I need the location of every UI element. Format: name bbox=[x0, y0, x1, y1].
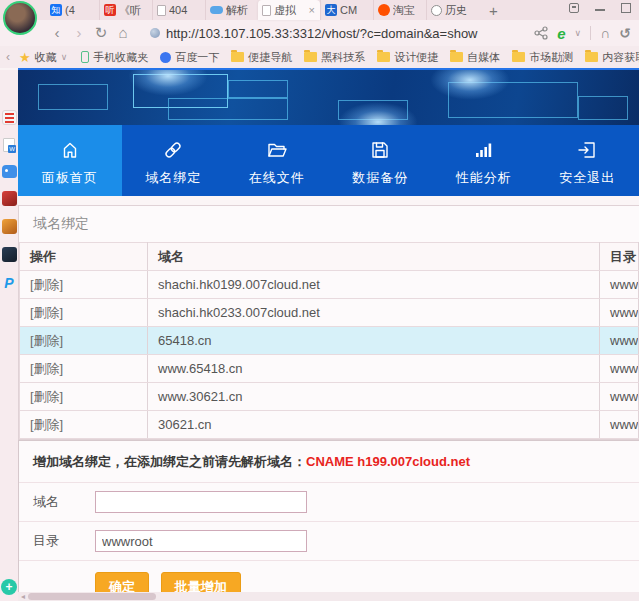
domain-cell: www.65418.cn bbox=[148, 355, 600, 383]
user-avatar[interactable] bbox=[3, 1, 37, 35]
game-dark-icon[interactable] bbox=[2, 247, 17, 262]
bookmark-item[interactable]: 自媒体 bbox=[445, 50, 505, 65]
game-red-icon[interactable] bbox=[2, 191, 17, 206]
chart-icon bbox=[472, 138, 496, 162]
delete-link[interactable]: [删除] bbox=[30, 361, 63, 376]
delete-link[interactable]: [删除] bbox=[30, 277, 63, 292]
divider bbox=[590, 26, 591, 40]
maximize-icon[interactable] bbox=[621, 3, 631, 13]
nav-item-link[interactable]: 域名绑定 bbox=[122, 125, 226, 196]
bookmark-item[interactable]: 便捷导航 bbox=[226, 50, 297, 65]
headset-icon[interactable]: ∩ bbox=[600, 25, 610, 41]
p-logo-icon[interactable]: P bbox=[2, 275, 17, 290]
browser-tab[interactable]: 历史 bbox=[426, 0, 479, 20]
scrollbar-thumb[interactable] bbox=[28, 593, 156, 600]
speed-mode-icon[interactable]: e bbox=[557, 25, 565, 42]
dir-cell: wwwroot bbox=[600, 383, 639, 411]
bookmark-item[interactable]: 设计便捷 bbox=[372, 50, 443, 65]
scroll-left-icon[interactable]: ◂ bbox=[18, 592, 28, 601]
url-text: http://103.107.105.33:3312/vhost/?c=doma… bbox=[166, 26, 478, 41]
nav-item-exit[interactable]: 安全退出 bbox=[536, 125, 639, 196]
tab-bar: 知(4听《听404解析虚拟×大CM淘宝历史 + bbox=[0, 0, 639, 20]
exit-icon bbox=[575, 138, 599, 162]
table-row: [删除]shachi.hk0233.007cloud.netwwwroot bbox=[20, 299, 639, 327]
favorites-label: 收藏 bbox=[35, 50, 57, 65]
horizontal-scrollbar[interactable]: ◂ bbox=[18, 592, 639, 601]
nav-item-chart[interactable]: 性能分析 bbox=[432, 125, 536, 196]
browser-tab[interactable]: 听《听 bbox=[99, 0, 152, 20]
favorites-menu[interactable]: ★ 收藏 ∨ bbox=[14, 50, 72, 65]
browser-tab[interactable]: 淘宝 bbox=[373, 0, 426, 20]
table-header-cell: 目录 bbox=[600, 243, 639, 271]
page-favicon-icon bbox=[262, 5, 271, 16]
home-icon[interactable]: ⌂ bbox=[112, 22, 134, 44]
table-row: [删除]30621.cnwwwroot bbox=[20, 411, 639, 439]
tab-title: 解析 bbox=[226, 3, 254, 18]
page-viewport: 面板首页域名绑定在线文件数据备份性能分析安全退出 域名绑定 操作域名目录 [删除… bbox=[18, 70, 639, 601]
tab-title: 《听 bbox=[119, 3, 148, 18]
action-cell: [删除] bbox=[20, 355, 148, 383]
delete-link[interactable]: [删除] bbox=[30, 305, 63, 320]
nav-item-home[interactable]: 面板首页 bbox=[18, 125, 122, 196]
browser-tab[interactable]: 虚拟× bbox=[258, 0, 320, 20]
forward-icon[interactable]: › bbox=[68, 22, 90, 44]
favorites-caret-icon: ∨ bbox=[61, 52, 68, 62]
tab-title: CM bbox=[340, 4, 369, 16]
table-row: [删除]www.30621.cnwwwroot bbox=[20, 383, 639, 411]
new-tab-button[interactable]: + bbox=[479, 2, 508, 20]
domain-cell: shachi.hk0233.007cloud.net bbox=[148, 299, 600, 327]
minimize-icon[interactable] bbox=[595, 9, 605, 11]
add-plus-icon[interactable]: + bbox=[1, 579, 17, 595]
browser-tab[interactable]: 解析 bbox=[205, 0, 258, 20]
delete-link[interactable]: [删除] bbox=[30, 389, 63, 404]
domain-input[interactable] bbox=[95, 491, 307, 513]
undo-icon[interactable]: ↺ bbox=[619, 25, 631, 41]
close-tab-icon[interactable]: × bbox=[308, 4, 316, 16]
chat-whale-icon[interactable] bbox=[2, 165, 17, 178]
url-input[interactable]: http://103.107.105.33:3312/vhost/?c=doma… bbox=[144, 23, 524, 43]
delete-link[interactable]: [删除] bbox=[30, 417, 63, 432]
collapse-sidebar-icon[interactable]: ‹ bbox=[6, 50, 10, 64]
panel-content: 域名绑定 操作域名目录 [删除]shachi.hk0199.007cloud.n… bbox=[18, 196, 639, 601]
nav-item-folder[interactable]: 在线文件 bbox=[225, 125, 329, 196]
bookmarks-bar: ‹ ★ 收藏 ∨ 手机收藏夹百度一下便捷导航黑科技系设计便捷自媒体市场勘测内容获… bbox=[0, 46, 639, 68]
nav-item-label: 性能分析 bbox=[456, 169, 512, 187]
skin-icon[interactable] bbox=[569, 3, 579, 13]
share-icon[interactable] bbox=[534, 26, 548, 40]
nav-item-label: 在线文件 bbox=[249, 169, 305, 187]
domain-cell: www.30621.cn bbox=[148, 383, 600, 411]
back-icon[interactable]: ‹ bbox=[46, 22, 68, 44]
game-orange-icon[interactable] bbox=[2, 219, 17, 234]
dir-cell: wwwroot bbox=[600, 299, 639, 327]
delete-link[interactable]: [删除] bbox=[30, 333, 63, 348]
window-controls bbox=[569, 3, 631, 13]
domain-cell: shachi.hk0199.007cloud.net bbox=[148, 271, 600, 299]
bookmark-item[interactable]: 手机收藏夹 bbox=[76, 50, 153, 65]
section-title: 域名绑定 bbox=[19, 206, 639, 242]
browser-tab[interactable]: 知(4 bbox=[46, 0, 99, 20]
domain-cell: 30621.cn bbox=[148, 411, 600, 439]
bookmark-label: 市场勘测 bbox=[529, 50, 573, 65]
bookmark-item[interactable]: 黑科技系 bbox=[299, 50, 370, 65]
tab-strip: 知(4听《听404解析虚拟×大CM淘宝历史 bbox=[46, 0, 479, 20]
bookmark-label: 便捷导航 bbox=[248, 50, 292, 65]
hot-nav-icon[interactable] bbox=[2, 110, 17, 125]
nav-item-save[interactable]: 数据备份 bbox=[329, 125, 433, 196]
tab-title: 404 bbox=[169, 4, 201, 16]
mode-caret-icon[interactable]: ∨ bbox=[575, 28, 582, 38]
doc-w-icon[interactable] bbox=[3, 138, 15, 152]
bookmark-item[interactable]: 市场勘测 bbox=[507, 50, 578, 65]
dir-field-row: 目录 bbox=[19, 521, 639, 560]
bookmark-item[interactable]: 百度一下 bbox=[155, 50, 224, 65]
bookmark-label: 手机收藏夹 bbox=[93, 50, 148, 65]
bookmark-item[interactable]: 内容获取 bbox=[580, 50, 639, 65]
browser-tab[interactable]: 404 bbox=[152, 0, 205, 20]
refresh-icon[interactable]: ↻ bbox=[90, 22, 112, 44]
link-icon bbox=[161, 138, 185, 162]
table-row: [删除]65418.cnwwwroot bbox=[20, 327, 639, 355]
favorites-star-icon[interactable] bbox=[2, 82, 17, 97]
dir-input[interactable] bbox=[95, 530, 307, 552]
tab-title: 淘宝 bbox=[393, 3, 422, 18]
browser-tab[interactable]: 大CM bbox=[320, 0, 373, 20]
da-favicon-icon: 大 bbox=[325, 4, 337, 16]
